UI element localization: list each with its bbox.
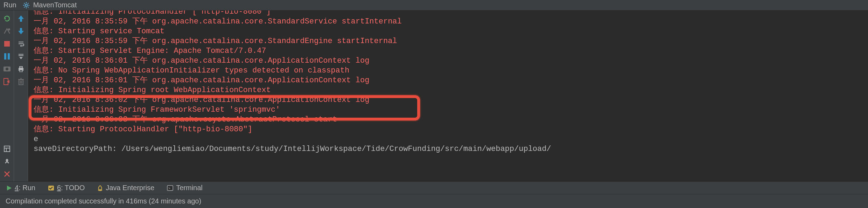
tab-terminal[interactable]: >_ Terminal [167,184,203,192]
svg-point-10 [8,28,10,30]
tab-todo-prefix: 6 [57,184,61,192]
log-line: e [34,134,862,144]
svg-marker-37 [7,186,12,190]
status-bar: Compilation completed successfully in 41… [0,194,868,208]
log-line: 一月 02, 2016 8:35:59 下午 org.apache.catali… [34,36,862,46]
log-line: 信息: Starting Servlet Engine: Apache Tomc… [34,46,862,56]
up-button[interactable] [16,13,26,24]
tool-window-header: Run MavenTomcat [0,0,868,11]
svg-marker-9 [4,18,6,20]
down-button[interactable] [16,26,26,36]
restore-layout-button[interactable] [2,144,12,154]
log-line: 信息: Starting ProtocolHandler ["http-bio-… [34,125,862,134]
log-line: 信息: Initializing ProtocolHandler ["http-… [34,11,862,17]
log-line: 信息: Initializing Spring root WebApplicat… [34,85,862,95]
play-icon [6,185,12,191]
log-line: 一月 02, 2016 8:35:59 下午 org.apache.catali… [34,17,862,27]
log-line: 一月 02, 2016 8:36:03 下午 org.apache.coyote… [34,115,862,125]
pin-button[interactable] [2,156,12,167]
svg-point-0 [25,4,27,6]
tab-java-ee-label: Java Enterprise [106,184,154,192]
secondary-toolbar [14,11,28,181]
status-message: Compilation completed successfully in 41… [6,197,201,205]
tab-todo[interactable]: 6: TODO [48,184,85,192]
tab-terminal-label: Terminal [176,184,203,192]
bottom-tool-tabs: 4: Run 6: TODO Java Enterprise >_ Termin… [0,181,868,194]
log-line: 信息: Initializing Spring FrameworkServlet… [34,105,862,115]
todo-icon [48,185,54,191]
clear-all-button[interactable] [16,76,26,87]
svg-marker-25 [20,45,21,47]
exit-button[interactable] [2,76,12,87]
terminal-icon: >_ [167,185,173,191]
svg-line-8 [28,3,28,4]
svg-rect-11 [4,41,10,47]
print-button[interactable] [16,64,26,74]
log-line: 信息: No Spring WebApplicationInitializer … [34,66,862,76]
stacktrace-button[interactable] [2,26,12,36]
svg-rect-12 [4,53,6,60]
svg-text:>_: >_ [168,186,173,190]
tab-run-label: : Run [19,184,35,192]
tab-todo-label: : TODO [61,184,85,192]
run-config-name: MavenTomcat [33,1,77,9]
gear-icon [23,2,30,9]
log-line: 一月 02, 2016 8:36:01 下午 org.apache.catali… [34,76,862,85]
svg-marker-24 [18,28,24,34]
svg-rect-18 [4,146,10,152]
main-area: 信息: Initializing ProtocolHandler ["http-… [0,11,868,181]
svg-marker-23 [18,15,24,22]
scroll-to-end-button[interactable] [16,51,26,62]
primary-toolbar [0,11,14,181]
svg-point-15 [6,68,8,70]
svg-rect-32 [19,80,23,85]
log-line: 信息: Starting service Tomcat [34,27,862,36]
svg-line-6 [28,7,28,7]
console-output[interactable]: 信息: Initializing ProtocolHandler ["http-… [28,11,868,181]
svg-line-7 [24,7,24,7]
svg-rect-30 [20,67,22,68]
svg-line-5 [24,3,24,4]
log-line: 一月 02, 2016 8:36:02 下午 org.apache.catali… [34,95,862,105]
log-line: saveDirectoryPath: /Users/wengliemiao/Do… [34,144,862,154]
log-line: 一月 02, 2016 8:36:01 下午 org.apache.catali… [34,56,862,66]
rerun-button[interactable] [2,13,12,24]
pause-button[interactable] [2,51,12,62]
stop-button[interactable] [2,39,12,49]
svg-marker-28 [19,57,23,59]
bean-icon [97,185,103,191]
tab-run[interactable]: 4: Run [6,184,35,192]
dump-threads-button[interactable] [2,64,12,74]
soft-wrap-button[interactable] [16,39,26,49]
run-label: Run [4,1,16,9]
svg-rect-13 [8,53,10,60]
close-button[interactable] [2,169,12,179]
tab-run-prefix: 4 [15,184,19,192]
svg-rect-31 [20,70,22,72]
tab-java-enterprise[interactable]: Java Enterprise [97,184,154,192]
